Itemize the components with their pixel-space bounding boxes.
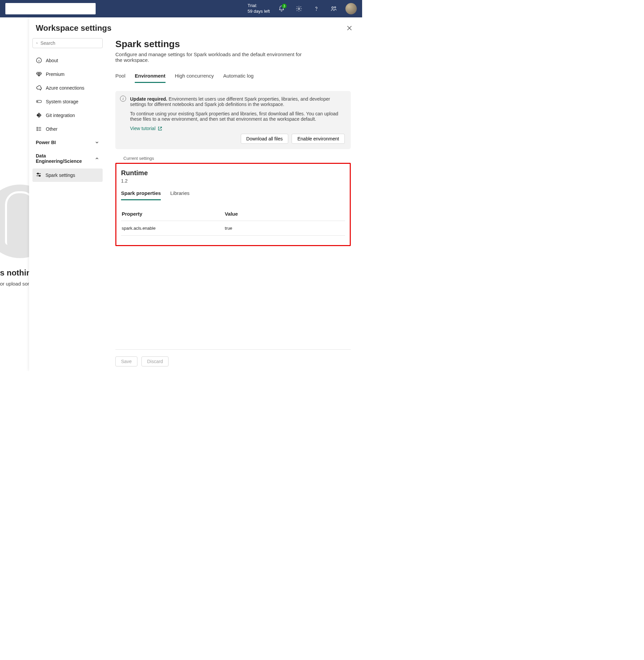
update-notice: i Update required. Environments let user…	[115, 91, 351, 149]
properties-table: Property Value spark.acls.enable true	[121, 207, 345, 236]
svg-point-2	[332, 7, 334, 8]
svg-point-9	[39, 116, 40, 117]
git-icon	[36, 112, 42, 118]
sidebar-item-label: Premium	[46, 72, 65, 77]
sidebar-item-storage[interactable]: System storage	[32, 95, 102, 108]
svg-point-11	[37, 127, 38, 128]
notification-badge: 3	[282, 4, 286, 8]
sidebar-group-data-eng[interactable]: Data Engineering/Science	[32, 150, 102, 167]
search-icon	[36, 41, 38, 46]
table-row: spark.acls.enable true	[121, 221, 345, 236]
workspace-settings-panel: Workspace settings About Premium Azure c…	[29, 17, 362, 371]
value-cell: true	[224, 221, 345, 236]
sidebar-item-about[interactable]: About	[32, 54, 102, 67]
sidebar-item-spark-settings[interactable]: Spark settings	[32, 168, 102, 182]
runtime-title: Runtime	[121, 169, 345, 177]
sidebar-item-label: Other	[46, 127, 58, 132]
sidebar-item-premium[interactable]: Premium	[32, 68, 102, 80]
save-button[interactable]: Save	[115, 357, 137, 366]
sliders-icon	[36, 172, 42, 179]
close-icon	[347, 25, 352, 31]
runtime-version: 1.2	[121, 178, 345, 184]
svg-point-15	[39, 175, 41, 177]
question-icon	[313, 5, 320, 12]
runtime-highlight-box: Runtime 1.2 Spark properties Libraries P…	[115, 163, 351, 246]
svg-point-1	[316, 10, 317, 11]
sidebar-item-other[interactable]: Other	[32, 123, 102, 135]
global-search-input[interactable]	[5, 3, 96, 14]
diamond-icon	[36, 71, 42, 77]
sidebar-item-label: About	[46, 58, 58, 63]
sidebar-item-label: Spark settings	[45, 173, 75, 178]
svg-point-10	[40, 115, 41, 116]
settings-main: Spark settings Configure and manage sett…	[106, 33, 362, 371]
svg-point-14	[37, 173, 39, 174]
help-button[interactable]	[310, 3, 322, 14]
tab-pool[interactable]: Pool	[115, 71, 125, 83]
svg-point-0	[298, 8, 300, 10]
trial-status: Trial: 59 days left	[248, 3, 270, 14]
property-cell: spark.acls.enable	[121, 221, 224, 236]
list-icon	[36, 126, 42, 132]
chevron-down-icon	[95, 140, 99, 145]
external-link-icon	[158, 126, 162, 131]
svg-point-13	[37, 130, 38, 131]
settings-sidebar: About Premium Azure connections System s…	[29, 33, 106, 371]
col-value: Value	[224, 207, 345, 221]
page-title: Spark settings	[115, 39, 351, 49]
sidebar-item-label: System storage	[46, 99, 78, 104]
settings-search[interactable]	[32, 38, 102, 48]
tab-automatic-log[interactable]: Automatic log	[223, 71, 253, 83]
current-settings-label: Current settings	[123, 156, 351, 161]
topbar: Trial: 59 days left 3	[0, 0, 362, 17]
gear-icon	[296, 5, 302, 12]
view-tutorial-link[interactable]: View tutorial	[130, 126, 162, 131]
sidebar-item-label: Azure connections	[46, 85, 84, 91]
tab-high-concurrency[interactable]: High concurrency	[175, 71, 214, 83]
page-subtitle: Configure and manage settings for Spark …	[115, 51, 309, 63]
avatar[interactable]	[345, 3, 357, 14]
sidebar-item-label: Git integration	[46, 113, 75, 118]
subtab-spark-properties[interactable]: Spark properties	[121, 189, 161, 200]
svg-point-12	[37, 129, 38, 129]
close-button[interactable]	[345, 23, 354, 33]
people-icon	[330, 5, 337, 12]
enable-environment-button[interactable]: Enable environment	[292, 134, 345, 144]
svg-point-7	[37, 101, 38, 101]
info-icon: i	[120, 96, 126, 101]
sidebar-item-azure[interactable]: Azure connections	[32, 82, 102, 94]
feedback-button[interactable]	[328, 3, 339, 14]
sidebar-group-powerbi[interactable]: Power BI	[32, 136, 102, 149]
settings-button[interactable]	[293, 3, 305, 14]
settings-tabs: Pool Environment High concurrency Automa…	[115, 71, 351, 83]
tab-environment[interactable]: Environment	[135, 71, 165, 83]
storage-icon	[36, 99, 42, 104]
download-all-files-button[interactable]: Download all files	[241, 134, 289, 144]
info-icon	[36, 58, 42, 63]
runtime-subtabs: Spark properties Libraries	[121, 189, 345, 200]
discard-button[interactable]: Discard	[141, 357, 168, 366]
col-property: Property	[121, 207, 224, 221]
footer-actions: Save Discard	[115, 349, 351, 366]
sidebar-item-git[interactable]: Git integration	[32, 109, 102, 121]
panel-title: Workspace settings	[36, 23, 345, 33]
settings-search-input[interactable]	[41, 41, 99, 46]
subtab-libraries[interactable]: Libraries	[170, 189, 190, 200]
svg-point-3	[335, 7, 336, 8]
svg-point-4	[37, 43, 38, 43]
cloud-icon	[36, 85, 42, 91]
svg-point-8	[39, 114, 40, 115]
chevron-up-icon	[95, 156, 99, 161]
notifications-button[interactable]: 3	[276, 3, 287, 14]
